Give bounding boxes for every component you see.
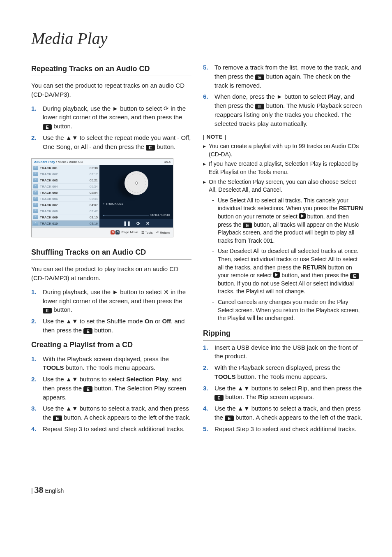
track-row: TRACK 00305:21 — [32, 177, 99, 183]
step-number: 3. — [31, 404, 43, 422]
step-body: Use the ▲▼ buttons to select Rip, and th… — [214, 384, 363, 402]
page-number: 38 — [35, 485, 44, 495]
progress-bar — [103, 215, 149, 216]
track-icon — [33, 203, 38, 207]
track-duration: 03:17 — [90, 172, 98, 176]
heading-shuffle: Shuffling Tracks on an Audio CD — [31, 248, 191, 260]
track-duration: 05:21 — [90, 179, 98, 182]
allshare-label: AllShare Play — [34, 160, 55, 164]
track-row: TRACK 00405:34 — [32, 183, 99, 190]
album-art — [103, 169, 170, 197]
track-list: TRACK 00102:38TRACK 00203:17TRACK 00305:… — [32, 165, 99, 227]
dash-marker: - — [212, 298, 218, 323]
step-number: 6. — [203, 92, 214, 128]
play-icon — [299, 213, 306, 219]
note-marker: ▸ — [203, 178, 209, 194]
note-marker: ▸ — [203, 142, 209, 158]
disc-icon — [125, 171, 148, 195]
track-row: TRACK 00903:15 — [32, 214, 99, 220]
lead-repeat: You can set the product to repeat tracks… — [31, 81, 191, 99]
steps-playlist-right: 5. To remove a track from the list, move… — [203, 63, 363, 128]
heading-ripping: Ripping — [203, 329, 363, 341]
enter-icon: E — [53, 415, 62, 421]
note-item: ▸You can create a playlist with up to 99… — [203, 142, 363, 158]
enter-icon: E — [243, 223, 252, 228]
track-duration: 02:38 — [90, 166, 98, 170]
track-row: TRACK 00502:54 — [32, 190, 99, 196]
step-number: 1. — [31, 288, 43, 314]
track-icon — [33, 190, 38, 195]
steps-repeat: 1. During playback, use the ► button to … — [31, 104, 191, 151]
time-indicator: 00:03 / 02:38 — [150, 213, 170, 217]
track-name: TRACK 004 — [40, 185, 88, 188]
step-body: During playback, use the ► button to sel… — [43, 288, 191, 314]
step-body: When done, press the ► button to select … — [214, 92, 363, 128]
now-playing-title: + TRACK 001 — [103, 202, 170, 206]
step-body: To remove a track from the list, move to… — [214, 63, 363, 90]
step-body: With the Playback screen displayed, pres… — [43, 355, 191, 373]
enter-icon: E — [350, 273, 359, 279]
pause-icon: ❚❚ — [123, 221, 131, 226]
key-c-icon: C — [115, 230, 120, 234]
lead-shuffle: You can set the product to play tracks o… — [31, 265, 191, 283]
step-body: Insert a USB device into the USB jack on… — [214, 343, 363, 361]
track-icon — [33, 178, 38, 182]
track-icon — [33, 209, 38, 213]
enter-icon: E — [214, 395, 224, 401]
steps-shuffle: 1. During playback, use the ► button to … — [31, 288, 191, 335]
step-number: 2. — [31, 133, 43, 151]
enter-icon: E — [83, 328, 92, 334]
now-playing-panel: + TRACK 001 00:03 / 02:38 ❚❚ ⟳ ✕ — [99, 165, 173, 227]
shuffle-icon: ✕ — [146, 221, 150, 226]
enter-icon: E — [225, 415, 234, 421]
note-item: ▸On the Selection Play screen, you can a… — [203, 178, 363, 194]
dash-marker: - — [212, 197, 218, 245]
page-indicator: 1/14 — [164, 160, 171, 164]
step-number: 4. — [203, 404, 214, 422]
footer-tools: Tools — [145, 231, 153, 234]
step-number: 2. — [31, 317, 43, 335]
track-icon — [33, 221, 38, 225]
enter-icon: E — [43, 124, 52, 130]
step-body: With the Playback screen displayed, pres… — [214, 363, 363, 381]
track-icon — [33, 166, 38, 170]
enter-icon: E — [255, 104, 264, 109]
track-duration: 05:34 — [90, 185, 98, 188]
note-sub-item: - Use Select All to select all tracks. T… — [212, 197, 363, 245]
breadcrumb-music: / Music / — [56, 160, 68, 164]
track-row: TRACK 00704:07 — [32, 202, 99, 208]
track-name: TRACK 009 — [40, 216, 88, 219]
footer-pagemove: Page Move — [122, 230, 138, 234]
steps-playlist-left: 1. With the Playback screen displayed, p… — [31, 355, 191, 434]
step-number: 1. — [203, 343, 214, 361]
step-body: Use the ▲▼ to select the repeat mode you… — [43, 133, 191, 151]
step-body: Use the ▲▼ to set the Shuffle mode On or… — [43, 317, 191, 335]
track-duration: 02:54 — [90, 191, 98, 195]
track-duration: 03:15 — [90, 216, 98, 219]
track-name: TRACK 007 — [40, 203, 88, 207]
enter-icon: E — [43, 308, 52, 313]
breadcrumb-bar: AllShare Play / Music / Audio CD 1/14 — [32, 159, 173, 165]
note-sub-item: - Use Deselect All to deselect all selec… — [212, 247, 363, 296]
step-number: 2. — [31, 375, 43, 402]
step-body: During playback, use the ► button to sel… — [43, 104, 191, 131]
track-row: TRACK 00803:42 — [32, 208, 99, 214]
progress-row: 00:03 / 02:38 — [103, 213, 170, 217]
steps-ripping: 1.Insert a USB device into the USB jack … — [203, 343, 363, 434]
track-icon — [33, 215, 38, 219]
step-number: 3. — [203, 384, 214, 402]
step-number: 1. — [31, 355, 43, 373]
enter-icon: E — [83, 386, 92, 392]
shuffle-icon: ⤨ — [164, 288, 169, 295]
note-item: ▸If you have created a playlist, Selecti… — [203, 160, 363, 176]
manual-page: Media Play Repeating Tracks on an Audio … — [0, 0, 392, 512]
track-name: TRACK 003 — [40, 179, 88, 182]
track-duration: 03:42 — [90, 209, 98, 213]
footer-return: Return — [160, 231, 170, 234]
figure-footer: BC Page Move ☰ Tools ↶ Return — [32, 227, 173, 237]
track-name: TRACK 005 — [40, 191, 88, 195]
breadcrumb-audio: Audio CD — [69, 160, 83, 164]
track-name: TRACK 006 — [40, 197, 88, 201]
footer-sep: | — [31, 487, 35, 494]
track-duration: 03:44 — [90, 197, 98, 201]
